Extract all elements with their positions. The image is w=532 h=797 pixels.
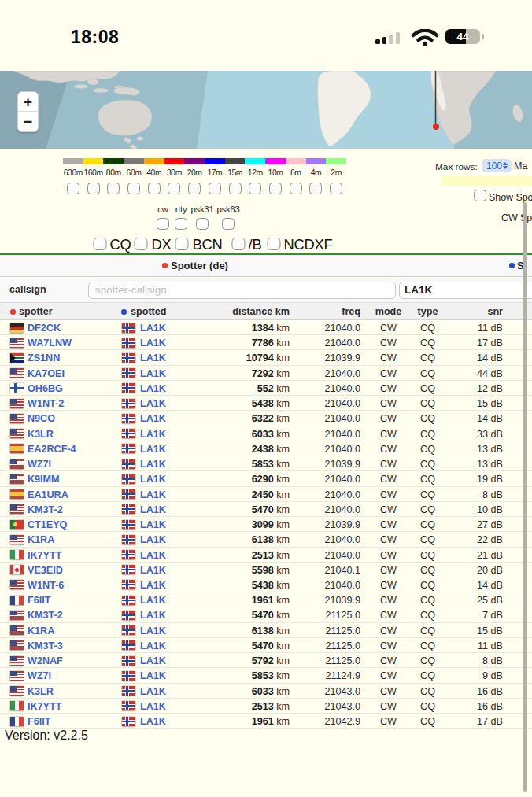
mode-checkbox-cw[interactable] [157,218,169,230]
spotter-callsign-link[interactable]: KM3T-2 [28,504,63,515]
spotter-callsign-link[interactable]: K1RA [28,534,54,545]
flag-icon-no [122,474,135,484]
spotter-callsign-link[interactable]: W1NT-6 [28,580,64,591]
spotted-callsign-link[interactable]: LA1K [140,595,166,606]
flag-icon-us [10,535,24,544]
spotter-callsign-link[interactable]: W1NT-2 [28,398,64,409]
spotter-callsign-link[interactable]: DF2CK [28,323,61,334]
type-checkbox-NCDXF[interactable] [267,238,280,250]
spotter-callsign-link[interactable]: OH6BG [28,383,63,394]
spotter-callsign-link[interactable]: KA7OEI [28,368,65,379]
spotted-callsign-link[interactable]: LA1K [140,338,166,349]
spotter-callsign-link[interactable]: EA1URA [28,489,68,500]
band-checkbox-40m[interactable] [148,183,161,194]
spotted-callsign-link[interactable]: LA1K [140,413,166,424]
spotter-callsign-link[interactable]: WZ7I [28,459,51,470]
mode-cell: CW [371,686,406,697]
band-checkbox-17m[interactable] [209,183,221,194]
spotter-callsign-link[interactable]: K1RA [28,625,54,636]
band-checkbox-20m[interactable] [188,183,201,194]
map-zoom-out-button[interactable]: − [18,112,38,131]
flag-icon-no [122,338,135,348]
spotted-callsign-link[interactable]: LA1K [140,444,166,455]
spotted-callsign-link[interactable]: LA1K [140,610,166,621]
show-spotters-checkbox[interactable] [474,190,486,201]
band-checkbox-630m[interactable] [67,183,79,194]
world-map[interactable] [0,71,532,149]
spotted-callsign-link[interactable]: LA1K [140,625,166,636]
spotter-callsign-link[interactable]: IK7YTT [28,550,61,561]
type-label-DX: DX [152,237,172,253]
spotted-callsign-link[interactable]: LA1K [140,701,166,712]
band-checkbox-60m[interactable] [127,183,140,194]
spotted-callsign-link[interactable]: LA1K [140,504,166,515]
band-checkbox-2m[interactable] [330,183,342,194]
spotted-callsign-link[interactable]: LA1K [140,352,166,363]
spotter-callsign-link[interactable]: IK7YTT [28,701,61,712]
freq-cell: 21040.0 [324,489,360,500]
spotted-callsign-link[interactable]: LA1K [140,323,166,334]
band-checkbox-4m[interactable] [309,183,322,194]
spotter-callsign-link[interactable]: WA7LNW [28,338,72,349]
spotted-callsign-link[interactable]: LA1K [140,640,166,651]
map-zoom-in-button[interactable]: + [18,92,38,112]
flag-icon-no [122,625,135,635]
spotted-callsign-link[interactable]: LA1K [140,519,166,530]
mode-checkbox-rtty[interactable] [175,218,187,230]
spotted-callsign-link[interactable]: LA1K [140,670,166,681]
spotted-callsign-link[interactable]: LA1K [140,368,166,379]
spotted-callsign-link[interactable]: LA1K [140,489,166,500]
spotter-callsign-input[interactable]: spotter-callsign [88,282,396,299]
spotter-callsign-link[interactable]: K3LR [28,686,54,697]
spot-row: EA2RCF-4LA1K2438 km21040.0CWCQ13 dB [0,441,532,456]
spotter-callsign-link[interactable]: CT1EYQ [28,519,67,530]
band-checkbox-160m[interactable] [87,183,100,194]
spotter-callsign-link[interactable]: F6IIT [28,595,50,606]
spotted-callsign-link[interactable]: LA1K [140,580,166,591]
band-checkbox-12m[interactable] [249,183,261,194]
spotted-callsign-link[interactable]: LA1K [140,398,166,409]
spotted-callsign-link[interactable]: LA1K [140,534,166,545]
type-checkbox-CQ[interactable] [93,238,106,250]
spotter-callsign-link[interactable]: ZS1NN [28,352,60,363]
spotted-callsign-link[interactable]: LA1K [140,655,166,666]
spot-row: KA7OEILA1K7292 km21040.0CWCQ44 dB [0,366,532,381]
mode-checkbox-psk63[interactable] [222,218,235,230]
spotter-callsign-link[interactable]: W2NAF [28,655,63,666]
spotter-callsign-link[interactable]: KM3T-3 [28,640,63,651]
band-checkbox-80m[interactable] [107,183,120,194]
type-checkbox-BCN[interactable] [175,238,189,250]
spotter-callsign-link[interactable]: N9CO [28,413,55,424]
spotted-callsign-link[interactable]: LA1K [140,716,166,727]
band-checkbox-6m[interactable] [290,183,302,194]
spotter-callsign-link[interactable]: VE3EID [28,565,63,576]
band-checkbox-30m[interactable] [168,183,180,194]
type-cell: CQ [410,323,445,334]
max-rows-select[interactable]: 100 [482,159,512,172]
spotted-callsign-link[interactable]: LA1K [140,429,166,440]
mode-checkbox-psk31[interactable] [196,218,209,230]
band-checkbox-10m[interactable] [269,183,282,194]
spotted-callsign-link[interactable]: LA1K [140,565,166,576]
spotter-callsign-link[interactable]: EA2RCF-4 [28,444,76,455]
spotter-callsign-link[interactable]: F6IIT [28,716,50,727]
spotted-callsign-input[interactable]: LA1K [399,282,532,299]
spotted-callsign-link[interactable]: LA1K [140,474,166,485]
band-label-6m: 6m [290,168,301,177]
freq-cell: 21039.9 [324,519,360,530]
type-cell: CQ [410,519,445,530]
spotter-callsign-link[interactable]: K9IMM [28,474,60,485]
spotted-callsign-link[interactable]: LA1K [140,383,166,394]
type-checkbox-DX[interactable] [135,238,148,250]
vertical-scrollbar[interactable] [523,202,527,792]
spotter-callsign-link[interactable]: WZ7I [28,670,51,681]
band-checkbox-15m[interactable] [229,183,242,194]
spotter-callsign-link[interactable]: KM3T-2 [28,610,63,621]
spotter-callsign-link[interactable]: K3LR [28,429,54,440]
freq-cell: 21040.0 [324,444,360,455]
spotted-callsign-link[interactable]: LA1K [140,550,166,561]
spotted-callsign-link[interactable]: LA1K [140,686,166,697]
spotted-callsign-link[interactable]: LA1K [140,459,166,470]
type-checkbox-/B[interactable] [231,238,245,250]
mode-cell: CW [371,655,406,666]
